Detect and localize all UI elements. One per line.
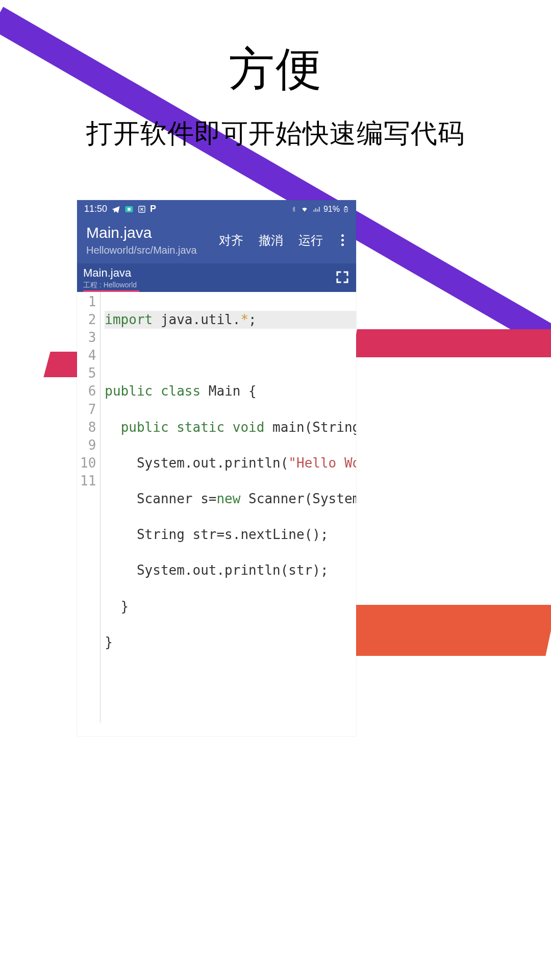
wifi-icon xyxy=(300,206,309,213)
app-path: Helloworld/src/Main.java xyxy=(86,244,197,256)
code-line: System.out.println(str); xyxy=(105,561,356,579)
code-line xyxy=(105,347,356,364)
align-button[interactable]: 对齐 xyxy=(219,232,243,249)
run-button[interactable]: 运行 xyxy=(298,232,323,249)
tab-name: Main.java xyxy=(83,266,137,280)
battery-icon xyxy=(343,205,349,214)
decorative-stripe-pink xyxy=(352,329,551,357)
undo-button[interactable]: 撤消 xyxy=(259,232,283,249)
code-line: public class Main { xyxy=(105,382,356,400)
notification-icon xyxy=(138,205,146,213)
line-gutter: 1 2 3 4 5 6 7 8 9 10 11 xyxy=(77,292,101,723)
hero-title: 方便 xyxy=(0,38,551,101)
code-line: Scanner s=new Scanner(System.in xyxy=(105,490,356,508)
code-line: System.out.println("Hello World xyxy=(105,454,356,472)
svg-point-1 xyxy=(128,208,131,211)
tab-project: 工程 : Helloworld xyxy=(83,281,137,290)
expand-icon[interactable] xyxy=(335,270,350,287)
code-line: import java.util.*; xyxy=(105,311,356,329)
hero-subtitle: 打开软件即可开始快速编写代码 xyxy=(0,116,551,152)
app-bar: Main.java Helloworld/src/Main.java 对齐 撤消… xyxy=(77,218,356,263)
app-title: Main.java xyxy=(86,224,197,241)
p-icon: P xyxy=(150,204,156,214)
battery-percent: 91% xyxy=(323,205,340,214)
tab-bar: Main.java 工程 : Helloworld xyxy=(77,263,356,292)
code-area[interactable]: import java.util.*; public class Main { … xyxy=(101,292,356,723)
code-line xyxy=(105,669,356,687)
code-line: public static void main(String[] xyxy=(105,419,356,436)
camera-icon xyxy=(124,205,134,214)
signal-icon xyxy=(312,206,320,213)
tab-active[interactable]: Main.java 工程 : Helloworld xyxy=(83,266,137,290)
decorative-stripe-orange xyxy=(341,605,551,656)
status-bar: 11:50 P 91% xyxy=(77,200,356,218)
code-editor[interactable]: 1 2 3 4 5 6 7 8 9 10 11 import java.util… xyxy=(77,292,356,723)
svg-rect-4 xyxy=(345,206,347,207)
status-time: 11:50 xyxy=(84,204,107,214)
more-icon[interactable] xyxy=(338,234,347,246)
hero-section: 方便 打开软件即可开始快速编写代码 xyxy=(0,0,551,152)
bluetooth-icon xyxy=(291,205,297,213)
phone-screenshot: 11:50 P 91% xyxy=(77,200,356,736)
telegram-icon xyxy=(111,205,120,214)
code-line: } xyxy=(105,633,356,651)
code-line: String str=s.nextLine(); xyxy=(105,526,356,544)
code-line: } xyxy=(105,598,356,616)
